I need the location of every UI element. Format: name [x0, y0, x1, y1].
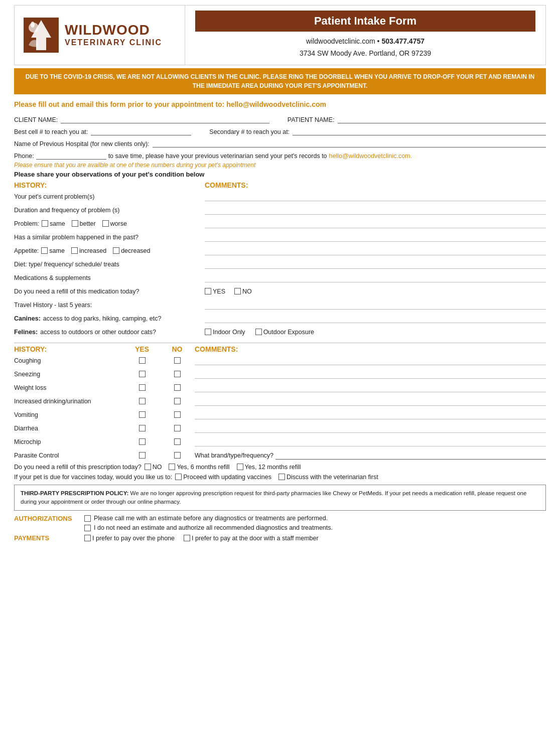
prescription-6mo-cb[interactable] [169, 464, 175, 470]
parasite-brand-label: What brand/type/frequency? [195, 452, 273, 459]
problem-better-cb[interactable] [72, 220, 78, 227]
sneezing-comment[interactable] [195, 370, 546, 379]
previous-hospital-line[interactable] [153, 139, 546, 147]
felines-outdoor[interactable]: Outdoor Exposure [255, 329, 314, 336]
vomiting-no-cb[interactable] [174, 411, 181, 418]
hist2-row-sneezing: Sneezing [14, 369, 546, 380]
vomiting-comment[interactable] [195, 410, 546, 419]
drinking-no-cb[interactable] [174, 398, 181, 404]
diarrhea-comment[interactable] [195, 424, 546, 433]
records-text: to save time, please have your previous … [108, 153, 327, 160]
felines-indoor[interactable]: Indoor Only [205, 329, 245, 336]
hist2-label-parasite: Parasite Control [14, 452, 124, 459]
problem-same-cb[interactable] [42, 220, 48, 227]
contact-info: wildwoodvetclinic.com • 503.477.4757 373… [300, 36, 431, 60]
payment-phone-label: I prefer to pay over the phone [92, 535, 175, 542]
sneezing-yes-cb[interactable] [139, 371, 146, 377]
payment-phone[interactable]: I prefer to pay over the phone [84, 535, 175, 542]
hist2-row-parasite: Parasite Control What brand/type/frequen… [14, 450, 546, 461]
sneezing-no-cb[interactable] [174, 371, 181, 377]
felines-outdoor-cb[interactable] [255, 329, 262, 335]
drinking-yes-cb[interactable] [139, 398, 146, 404]
parasite-no-cb[interactable] [174, 452, 181, 459]
weight-loss-comment[interactable] [195, 383, 546, 392]
comment-line-2[interactable] [205, 219, 546, 228]
previous-hospital-row: Name of Previous Hospital (for new clien… [14, 139, 546, 147]
phone-records-row: Phone: to save time, please have your pr… [14, 152, 546, 160]
appetite-increased-cb[interactable] [71, 247, 78, 254]
comment-line-5[interactable] [205, 260, 546, 269]
refill-no-cb[interactable] [234, 288, 241, 294]
problem-better[interactable]: better [72, 220, 96, 227]
payment-phone-cb[interactable] [84, 535, 91, 541]
hist2-label-coughing: Coughing [14, 357, 124, 364]
microchip-no-cb[interactable] [174, 438, 181, 445]
vaccines-proceed-cb[interactable] [175, 474, 182, 480]
appetite-increased[interactable]: increased [71, 247, 106, 254]
weight-loss-no-cb[interactable] [174, 384, 181, 391]
microchip-yes-cb[interactable] [139, 438, 146, 445]
problem-same[interactable]: same [42, 220, 65, 227]
parasite-yes-cb[interactable] [139, 452, 146, 459]
vaccines-discuss-cb[interactable] [278, 474, 285, 480]
weight-loss-yes-cb[interactable] [139, 384, 146, 391]
problem-worse[interactable]: worse [102, 220, 127, 227]
prescription-no[interactable]: NO [145, 464, 162, 471]
payment-door[interactable]: I prefer to pay at the door with a staff… [184, 535, 319, 542]
diarrhea-no-cb[interactable] [174, 425, 181, 431]
history-label-10: access to outdoors or other outdoor cats… [40, 329, 156, 336]
history-row-10: Felines: access to outdoors or other out… [14, 327, 546, 338]
history-row-8: Travel History - last 5 years: [14, 299, 546, 311]
vaccines-discuss[interactable]: Discuss with the veterinarian first [278, 474, 378, 481]
phone: 503.477.4757 [381, 37, 425, 45]
history-row-5: Diet: type/ frequency/ schedule/ treats [14, 259, 546, 270]
vaccines-proceed[interactable]: Proceed with updating vaccines [175, 474, 271, 481]
prescription-no-cb[interactable] [145, 464, 151, 470]
best-cell-line[interactable] [91, 127, 191, 135]
prescription-12mo-cb[interactable] [237, 464, 243, 470]
secondary-line[interactable] [293, 127, 546, 135]
auth-option-1-cb[interactable] [84, 515, 91, 522]
refill-yes-cb[interactable] [205, 288, 211, 294]
history-item-8: Travel History - last 5 years: [14, 302, 205, 309]
comment-line-3[interactable] [205, 233, 546, 242]
coughing-yes-cb[interactable] [139, 357, 146, 364]
patient-name-label: PATIENT NAME: [288, 116, 335, 123]
comment-line-9[interactable] [205, 314, 546, 323]
parasite-brand-line[interactable] [275, 452, 546, 460]
diarrhea-yes-cb[interactable] [139, 425, 146, 431]
comment-line-0[interactable] [205, 192, 546, 201]
client-name-line[interactable] [61, 115, 269, 123]
appetite-decreased[interactable]: decreased [113, 247, 150, 254]
refill-yes[interactable]: YES [205, 288, 225, 295]
comment-line-6[interactable] [205, 273, 546, 282]
prescription-6mo[interactable]: Yes, 6 months refill [169, 464, 229, 471]
history-label-7: Do you need a refill of this medication … [14, 288, 139, 295]
coughing-no-cb[interactable] [174, 357, 181, 364]
comment-line-8[interactable] [205, 301, 546, 310]
prescription-label: Do you need a refill of this prescriptio… [14, 464, 142, 471]
appetite-same[interactable]: same [41, 247, 65, 254]
form-title: Patient Intake Form [195, 11, 535, 32]
felines-indoor-cb[interactable] [205, 329, 211, 335]
microchip-comment[interactable] [195, 437, 546, 446]
phone-line[interactable] [36, 152, 106, 160]
history-row-0: Your pet's current problem(s) [14, 191, 546, 202]
problem-worse-cb[interactable] [102, 220, 109, 227]
drinking-comment[interactable] [195, 397, 546, 406]
comment-line-4[interactable] [205, 246, 546, 255]
coughing-comment[interactable] [195, 356, 546, 365]
appetite-same-cb[interactable] [41, 247, 48, 254]
vomiting-yes-cb[interactable] [139, 411, 146, 418]
appetite-decreased-cb[interactable] [113, 247, 119, 254]
hist2-row-diarrhea: Diarrhea [14, 423, 546, 434]
refill-no[interactable]: NO [234, 288, 252, 295]
auth-option-2-cb[interactable] [84, 525, 91, 531]
history-item-2: Problem: same better worse [14, 220, 205, 227]
payment-door-cb[interactable] [184, 535, 190, 541]
comment-line-1[interactable] [205, 206, 546, 215]
patient-name-line[interactable] [338, 115, 546, 123]
prescription-12mo[interactable]: Yes, 12 months refill [237, 464, 301, 471]
history2-header-row: HISTORY: YES NO COMMENTS: [14, 343, 546, 353]
clinic-logo-block: WILDWOOD VETERINARY CLINIC [15, 6, 185, 65]
